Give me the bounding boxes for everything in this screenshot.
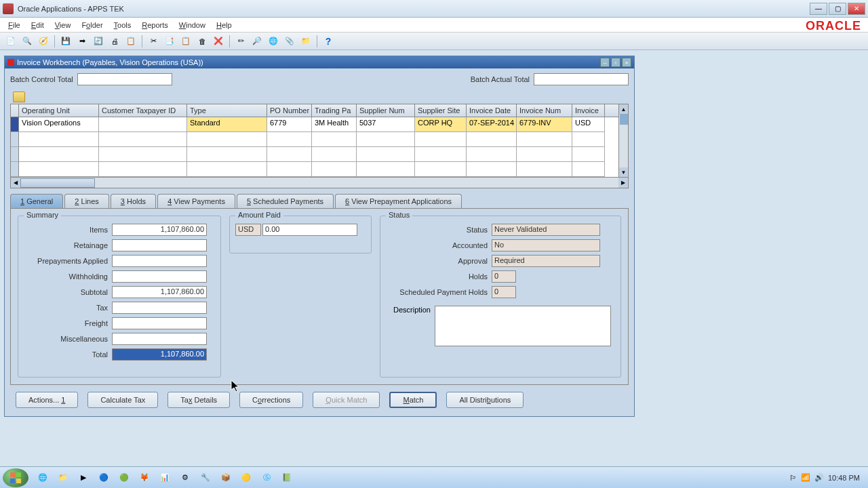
firefox-icon[interactable]: 🦊 — [136, 469, 153, 487]
table-cell[interactable]: 3M Health — [312, 117, 357, 132]
column-header[interactable]: Supplier Site — [415, 104, 467, 117]
tray-time[interactable]: 10:48 PM — [828, 474, 860, 482]
start-button[interactable] — [3, 468, 28, 487]
table-row[interactable] — [11, 147, 628, 162]
table-cell[interactable] — [415, 162, 467, 177]
app-icon-3[interactable]: ⚙ — [176, 469, 194, 487]
table-cell[interactable] — [19, 147, 99, 162]
column-header[interactable]: Invoice Date — [467, 104, 517, 117]
table-cell[interactable] — [572, 132, 605, 147]
column-header[interactable]: Invoice Num — [517, 104, 572, 117]
next-step-icon[interactable]: ➡ — [75, 35, 89, 48]
description-field[interactable] — [435, 306, 611, 346]
calculate-tax-button[interactable]: Calculate Tax — [87, 392, 158, 408]
menu-help[interactable]: Help — [211, 20, 237, 30]
menu-window[interactable]: Window — [174, 20, 211, 30]
table-cell[interactable]: Standard — [187, 117, 267, 132]
table-cell[interactable] — [467, 147, 517, 162]
close-form-icon[interactable]: 📋 — [124, 35, 138, 48]
column-header[interactable]: Invoice — [572, 104, 605, 117]
table-cell[interactable] — [99, 162, 187, 177]
table-cell[interactable] — [267, 147, 312, 162]
table-cell[interactable] — [312, 132, 357, 147]
tab-view-payments[interactable]: 4 View Payments — [157, 194, 235, 208]
table-cell[interactable]: 5037 — [357, 117, 415, 132]
table-cell[interactable]: CORP HQ — [415, 117, 467, 132]
tab-scheduled-payments[interactable]: 5 Scheduled Payments — [237, 194, 334, 208]
app-icon-1[interactable]: 🟢 — [115, 469, 133, 487]
table-row[interactable] — [11, 132, 628, 147]
tray-network-icon[interactable]: 📶 — [801, 473, 810, 482]
app-icon-7[interactable]: 📗 — [278, 469, 296, 487]
tab-holds[interactable]: 3 Holds — [111, 194, 156, 208]
tab-view-prepayment-applications[interactable]: 6 View Prepayment Applications — [335, 194, 462, 208]
app-icon-5[interactable]: 📦 — [217, 469, 235, 487]
tray-volume-icon[interactable]: 🔊 — [814, 473, 824, 482]
app-icon-6[interactable]: 🟡 — [237, 469, 255, 487]
table-cell[interactable] — [357, 147, 415, 162]
table-cell[interactable] — [467, 132, 517, 147]
menu-tools[interactable]: Tools — [108, 20, 137, 30]
menu-folder[interactable]: Folder — [76, 20, 108, 30]
edit-icon[interactable]: ✏ — [234, 35, 248, 48]
table-cell[interactable] — [517, 132, 572, 147]
tab-lines[interactable]: 2 Lines — [64, 194, 108, 208]
media-icon[interactable]: ▶ — [75, 469, 92, 487]
table-cell[interactable] — [99, 117, 187, 132]
table-cell[interactable] — [19, 132, 99, 147]
tax-details-button[interactable]: Tax Details — [167, 392, 230, 408]
maximize-button[interactable]: ▢ — [829, 3, 846, 15]
copy-icon[interactable]: 📑 — [163, 35, 176, 48]
paste-icon[interactable]: 📋 — [179, 35, 193, 48]
table-cell[interactable]: 6779-INV — [517, 117, 572, 132]
tab-general[interactable]: 1 General — [10, 194, 63, 208]
find-icon[interactable]: 🔍 — [20, 35, 34, 48]
scroll-down-icon[interactable]: ▼ — [619, 167, 628, 177]
table-cell[interactable] — [357, 132, 415, 147]
tray-flag-icon[interactable]: 🏳 — [789, 474, 797, 482]
table-row[interactable]: Vision OperationsStandard67793M Health50… — [11, 117, 628, 132]
table-cell[interactable] — [517, 162, 572, 177]
table-cell[interactable]: 6779 — [267, 117, 312, 132]
table-cell[interactable] — [187, 162, 267, 177]
folder-icon[interactable] — [13, 92, 25, 102]
batch-actual-total-field[interactable] — [534, 73, 629, 85]
grid-vertical-scrollbar[interactable]: ▲ ▼ — [618, 104, 628, 177]
column-header[interactable]: Supplier Num — [357, 104, 415, 117]
table-cell[interactable] — [517, 147, 572, 162]
table-cell[interactable] — [19, 162, 99, 177]
menu-file[interactable]: File — [3, 20, 26, 30]
table-row[interactable] — [11, 162, 628, 177]
app-icon-4[interactable]: 🔧 — [197, 469, 214, 487]
nav-icon[interactable]: 🧭 — [37, 35, 50, 48]
column-header[interactable]: PO Number — [267, 104, 312, 117]
column-header[interactable]: Customer Taxpayer ID — [99, 104, 187, 117]
table-cell[interactable] — [187, 147, 267, 162]
table-cell[interactable] — [357, 162, 415, 177]
new-icon[interactable]: 📄 — [4, 35, 18, 48]
inner-restore-button[interactable]: ▫ — [611, 58, 620, 67]
ie-icon[interactable]: 🌐 — [34, 469, 52, 487]
help-icon[interactable]: ? — [321, 35, 335, 48]
app-icon-2[interactable]: 📊 — [156, 469, 174, 487]
match-button[interactable]: Match — [389, 392, 437, 408]
table-cell[interactable] — [312, 147, 357, 162]
batch-control-total-field[interactable] — [77, 73, 172, 85]
explorer-icon[interactable]: 📁 — [54, 469, 72, 487]
table-cell[interactable] — [415, 132, 467, 147]
table-cell[interactable] — [187, 132, 267, 147]
folder-tools-icon[interactable]: 📁 — [299, 35, 313, 48]
attach-icon[interactable]: 📎 — [283, 35, 296, 48]
cut-icon[interactable]: ✂ — [146, 35, 160, 48]
switch-resp-icon[interactable]: 🔄 — [92, 35, 105, 48]
actions-1-button[interactable]: Actions... 1 — [16, 392, 78, 408]
print-icon[interactable]: 🖨 — [108, 35, 121, 48]
minimize-button[interactable]: — — [810, 3, 827, 15]
table-cell[interactable] — [99, 147, 187, 162]
close-button[interactable]: ✕ — [848, 3, 865, 15]
all-distributions-button[interactable]: All Distributions — [446, 392, 524, 408]
clear-icon[interactable]: 🗑 — [195, 35, 209, 48]
table-cell[interactable] — [267, 162, 312, 177]
scroll-left-icon[interactable]: ◀ — [11, 178, 20, 188]
table-cell[interactable]: 07-SEP-2014 — [467, 117, 517, 132]
